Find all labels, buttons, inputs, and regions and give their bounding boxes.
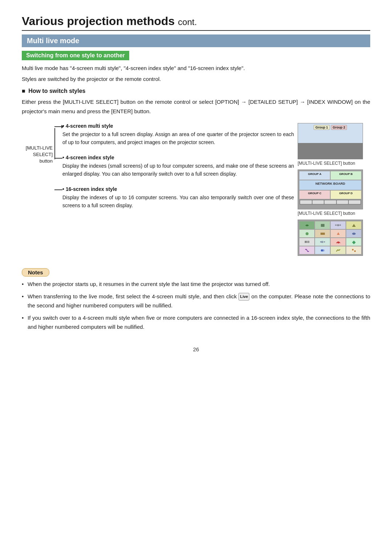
- style-1-desc: Set the projector to a full screen displ…: [62, 130, 294, 147]
- mockup-four-index: GROUP A GROUP B NETWORK BOARD GROUP C GR…: [298, 169, 363, 209]
- svg-rect-0: [321, 224, 324, 227]
- live-badge: Live: [238, 293, 249, 301]
- style-2-desc: Display the indexes (small screens) of u…: [62, 162, 294, 178]
- svg-rect-2: [320, 233, 325, 235]
- mockup-sixteen: ≡⊕≡: [298, 220, 363, 256]
- subsection-header-switching: Switching from one style to another: [22, 51, 129, 60]
- svg-rect-9: [354, 250, 356, 252]
- svg-point-3: [352, 233, 356, 235]
- cont-label: cont.: [178, 17, 197, 27]
- intro-text-2: Styles are switched by the projector or …: [22, 75, 370, 83]
- caption-1: [MULTI-LIVE SELECT] button: [298, 161, 370, 166]
- h-line-2: [54, 158, 62, 159]
- arrow-1: [61, 125, 64, 128]
- style-3-title: •16-screen index style: [62, 186, 294, 192]
- note-item-3: If you switch over to a 4-screen multi s…: [22, 313, 370, 332]
- svg-point-4: [338, 242, 339, 244]
- diagram-left: [MULTI-LIVESELECT]button •4-screen multi…: [22, 123, 294, 257]
- intro-text-1: Multi live mode has "4-screen multi styl…: [22, 64, 370, 73]
- caption-2: [MULTI-LIVE SELECT] button: [298, 211, 370, 216]
- mockup-group-2: GROUP A GROUP B NETWORK BOARD GROUP C GR…: [298, 169, 370, 216]
- notes-label: Notes: [22, 268, 49, 277]
- diagram-area: [MULTI-LIVESELECT]button •4-screen multi…: [22, 123, 370, 257]
- svg-marker-5: [352, 241, 356, 244]
- section-header-multi-live: Multi live mode: [22, 34, 370, 47]
- svg-point-1: [306, 232, 309, 235]
- bracket-vline: [54, 128, 55, 159]
- page-number: 26: [22, 346, 370, 352]
- mockup-group-1: Group 1 Group 2 [MULTI-LIVE SELECT] butt…: [298, 123, 370, 166]
- note-item-2: When transferring to the live mode, firs…: [22, 292, 370, 310]
- diagram-right: Group 1 Group 2 [MULTI-LIVE SELECT] butt…: [298, 123, 370, 257]
- style-1-title: •4-screen multi style: [62, 123, 294, 129]
- style-item-3: •16-screen index style Display the index…: [62, 186, 294, 210]
- style-item-2: •4-screen index style Display the indexe…: [62, 155, 294, 178]
- how-to-switch-heading: How to switch styles: [22, 88, 370, 94]
- svg-point-7: [322, 249, 324, 252]
- title-text: Various projection methods: [22, 15, 175, 28]
- h-line-3: [54, 189, 62, 190]
- how-to-switch-body: Either press the [MULTI-LIVE SELECT] but…: [22, 97, 370, 116]
- multi-live-label-left: [MULTI-LIVESELECT]button: [22, 145, 53, 165]
- notes-section: Notes When the projector starts up, it r…: [22, 268, 370, 332]
- notes-list: When the projector starts up, it resumes…: [22, 279, 370, 332]
- mockup-four-multi: Group 1 Group 2: [298, 123, 363, 159]
- style-item-1: •4-screen multi style Set the projector …: [62, 123, 294, 147]
- mockup-group-3: ≡⊕≡: [298, 220, 370, 257]
- style-2-title: •4-screen index style: [62, 155, 294, 160]
- bracket-structure: •4-screen multi style Set the projector …: [54, 123, 294, 209]
- svg-rect-8: [352, 249, 354, 250]
- style-3-desc: Display the indexes of up to 16 computer…: [62, 193, 294, 210]
- page-title: Various projection methods cont.: [22, 15, 370, 31]
- note-item-1: When the projector starts up, it resumes…: [22, 279, 370, 289]
